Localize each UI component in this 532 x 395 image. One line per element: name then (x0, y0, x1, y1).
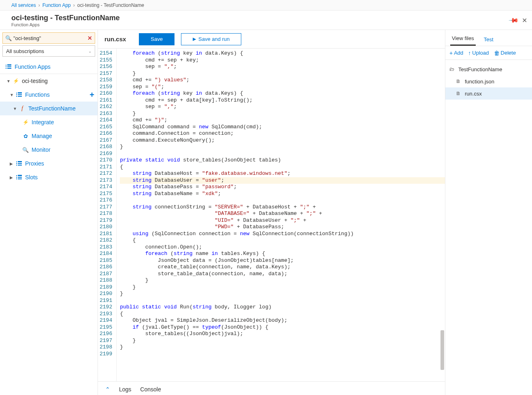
nav-functions[interactable]: ▼ Functions + (0, 88, 98, 102)
nav-monitor[interactable]: 🔍 Monitor (0, 143, 98, 157)
tree-label: TestFunctionName (458, 66, 502, 72)
chevron-right-icon: › (38, 2, 40, 8)
nav-label: Function Apps (15, 64, 94, 70)
list-icon (15, 175, 23, 180)
file-tree-item[interactable]: 🗎run.csx (445, 87, 532, 100)
editor-filename: run.csx (104, 36, 126, 42)
breadcrumb-link[interactable]: All services (11, 2, 36, 8)
subscriptions-dropdown[interactable]: All subscriptions ⌄ (2, 45, 95, 57)
action-label: Upload (472, 50, 489, 56)
code-area[interactable]: foreach (string key in data.Keys) { cmd … (117, 49, 445, 381)
folder-icon: 🗁 (449, 66, 457, 72)
breadcrumb: All services › Function App › oci-testin… (0, 0, 532, 11)
add-function-icon[interactable]: + (89, 90, 94, 100)
nav-function-apps[interactable]: Function Apps (0, 60, 98, 74)
magnifier-icon: 🔍 (22, 147, 29, 153)
line-number-gutter: 2154215521562157215821592160216121622163… (98, 49, 117, 381)
nav-label: Proxies (25, 160, 94, 167)
nav-label: oci-testing (22, 78, 94, 84)
breadcrumb-current: oci-testing - TestFunctionName (77, 2, 144, 8)
tree-label: function.json (465, 79, 494, 85)
editor-toolbar: run.csx Save ▶ Save and run (98, 30, 445, 49)
sidebar: 🔍 ✕ All subscriptions ⌄ Function Apps ▼ … (0, 30, 98, 395)
nav-slots[interactable]: ▶ Slots (0, 170, 98, 184)
caret-right-icon: ▶ (10, 161, 15, 166)
bottom-bar: ⌃ Logs Console (98, 381, 445, 395)
nav-app-node[interactable]: ▼ ⚡ oci-testing (0, 74, 98, 88)
editor-scrollbar[interactable] (440, 50, 444, 380)
function-app-icon: ⚡ (12, 78, 19, 84)
nav-label: Integrate (32, 119, 94, 125)
page-header: oci-testing - TestFunctionName Function … (0, 11, 532, 30)
nav-label: TestFunctionName (28, 105, 94, 112)
page-title: oci-testing - TestFunctionName (11, 14, 120, 22)
scrollbar-thumb[interactable] (440, 330, 444, 370)
nav-manage[interactable]: ✿ Manage (0, 129, 98, 143)
editor-pane: run.csx Save ▶ Save and run 215421552156… (98, 30, 445, 395)
subscriptions-label: All subscriptions (6, 48, 44, 54)
button-label: Save and run (198, 36, 230, 42)
breadcrumb-link[interactable]: Function App (43, 2, 71, 8)
file-icon: 🗎 (456, 79, 463, 84)
file-tree-item[interactable]: 🗎function.json (445, 75, 532, 87)
code-editor[interactable]: 2154215521562157215821592160216121622163… (98, 49, 445, 381)
right-tabs: View files Test (445, 30, 532, 46)
action-label: Add (454, 50, 463, 56)
tab-test[interactable]: Test (482, 33, 495, 46)
caret-down-icon: ▼ (10, 93, 15, 97)
plus-icon: + (449, 50, 453, 56)
play-icon: ▶ (193, 36, 196, 42)
nav-integrate[interactable]: ⚡ Integrate (0, 115, 98, 129)
list-icon (5, 64, 12, 69)
nav-label: Functions (25, 91, 89, 98)
page-subtitle: Function Apps (11, 22, 120, 27)
delete-button[interactable]: 🗑Delete (494, 50, 516, 56)
chevron-right-icon: › (73, 2, 75, 8)
list-icon (15, 92, 23, 97)
add-file-button[interactable]: +Add (449, 50, 463, 56)
nav-function-item[interactable]: ▼ f TestFunctionName (0, 102, 98, 115)
save-button[interactable]: Save (139, 33, 174, 45)
caret-down-icon: ▼ (13, 106, 18, 111)
gear-icon: ✿ (22, 133, 29, 139)
nav-label: Slots (25, 174, 94, 181)
logs-tab[interactable]: Logs (119, 386, 131, 393)
nav-proxies[interactable]: ▶ Proxies (0, 157, 98, 170)
save-and-run-button[interactable]: ▶ Save and run (181, 33, 241, 45)
nav-label: Manage (32, 133, 94, 139)
clear-search-icon[interactable]: ✕ (87, 35, 92, 41)
file-icon: 🗎 (456, 91, 463, 96)
file-tree: 🗁TestFunctionName🗎function.json🗎run.csx (445, 60, 532, 103)
tab-view-files[interactable]: View files (450, 32, 476, 46)
tree-label: run.csx (465, 91, 482, 97)
function-icon: f (19, 105, 26, 112)
upload-button[interactable]: ↑Upload (468, 50, 489, 56)
caret-right-icon: ▶ (10, 175, 15, 180)
file-tree-root[interactable]: 🗁TestFunctionName (445, 63, 532, 75)
search-input[interactable] (13, 35, 87, 41)
right-actions: +Add ↑Upload 🗑Delete (445, 46, 532, 60)
nav-label: Monitor (32, 147, 94, 153)
pin-icon[interactable]: 📌 (508, 15, 519, 26)
list-icon (15, 161, 23, 166)
action-label: Delete (501, 50, 516, 56)
right-panel: View files Test +Add ↑Upload 🗑Delete 🗁Te… (445, 30, 532, 395)
search-input-wrapper: 🔍 ✕ (2, 32, 95, 44)
upload-icon: ↑ (468, 50, 471, 56)
chevron-up-icon[interactable]: ⌃ (105, 386, 110, 393)
chevron-down-icon: ⌄ (88, 49, 92, 53)
trash-icon: 🗑 (494, 50, 500, 56)
bolt-icon: ⚡ (22, 119, 29, 125)
close-icon[interactable]: ✕ (522, 17, 527, 24)
console-tab[interactable]: Console (140, 386, 161, 393)
search-icon: 🔍 (5, 35, 12, 41)
caret-down-icon: ▼ (6, 79, 11, 83)
